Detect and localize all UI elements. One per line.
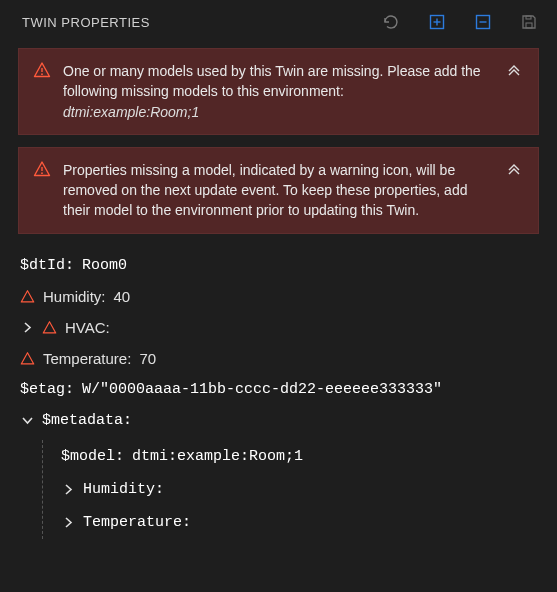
panel-header: TWIN PROPERTIES (0, 0, 557, 42)
property-value: dtmi:example:Room;1 (132, 448, 303, 465)
warning-collapse-button[interactable] (504, 61, 524, 77)
property-value: 70 (139, 350, 156, 367)
property-metadata[interactable]: $metadata: (20, 405, 537, 436)
property-key: $model: (61, 448, 124, 465)
properties-list: $dtId: Room0 Humidity: 40 HVAC: Temperat… (0, 246, 557, 539)
expand-all-button[interactable] (427, 12, 447, 32)
property-model[interactable]: $model: dtmi:example:Room;1 (61, 440, 537, 473)
property-hvac[interactable]: HVAC: (20, 312, 537, 343)
property-etag[interactable]: $etag: W/"0000aaaa-11bb-cccc-dd22-eeeeee… (20, 374, 537, 405)
chevron-double-up-icon (507, 162, 521, 176)
property-key: Humidity: (43, 288, 106, 305)
warning-icon (20, 351, 35, 366)
chevron-double-up-icon (507, 63, 521, 77)
property-key: $etag: (20, 381, 74, 398)
property-key: Temperature: (83, 514, 191, 531)
twin-properties-panel: TWIN PROPERTIES (0, 0, 557, 592)
save-button[interactable] (519, 12, 539, 32)
warning-text: One or many models used by this Twin are… (63, 61, 492, 122)
warning-missing-models: One or many models used by this Twin are… (18, 48, 539, 135)
chevron-right-icon (20, 322, 34, 333)
property-key: Humidity: (83, 481, 164, 498)
property-dtid[interactable]: $dtId: Room0 (20, 250, 537, 281)
property-key: HVAC: (65, 319, 110, 336)
property-meta-humidity[interactable]: Humidity: (61, 473, 537, 506)
warning-icon (33, 160, 51, 183)
property-key: $dtId: (20, 257, 74, 274)
warning-detail: dtmi:example:Room;1 (63, 104, 199, 120)
chevron-down-icon (20, 415, 34, 426)
undo-button[interactable] (381, 12, 401, 32)
property-key: Temperature: (43, 350, 131, 367)
undo-icon (382, 13, 400, 31)
warning-missing-properties: Properties missing a model, indicated by… (18, 147, 539, 234)
expand-all-icon (428, 13, 446, 31)
warning-icon (33, 61, 51, 84)
property-key: $metadata: (42, 412, 132, 429)
panel-title: TWIN PROPERTIES (22, 15, 150, 30)
collapse-all-icon (474, 13, 492, 31)
warning-message: Properties missing a model, indicated by… (63, 162, 467, 219)
property-value: 40 (114, 288, 131, 305)
property-temperature[interactable]: Temperature: 70 (20, 343, 537, 374)
metadata-children: $model: dtmi:example:Room;1 Humidity: Te… (42, 440, 537, 539)
warning-icon (20, 289, 35, 304)
warning-collapse-button[interactable] (504, 160, 524, 176)
property-value: Room0 (82, 257, 127, 274)
header-actions (381, 12, 539, 32)
save-icon (520, 13, 538, 31)
svg-point-10 (41, 172, 43, 174)
svg-rect-6 (526, 16, 531, 19)
svg-rect-5 (526, 23, 532, 28)
property-meta-temperature[interactable]: Temperature: (61, 506, 537, 539)
warning-icon (42, 320, 57, 335)
chevron-right-icon (61, 484, 75, 495)
warning-text: Properties missing a model, indicated by… (63, 160, 492, 221)
svg-point-8 (41, 73, 43, 75)
warning-message: One or many models used by this Twin are… (63, 63, 481, 99)
property-humidity[interactable]: Humidity: 40 (20, 281, 537, 312)
property-value: W/"0000aaaa-11bb-cccc-dd22-eeeeee333333" (82, 381, 442, 398)
collapse-all-button[interactable] (473, 12, 493, 32)
chevron-right-icon (61, 517, 75, 528)
